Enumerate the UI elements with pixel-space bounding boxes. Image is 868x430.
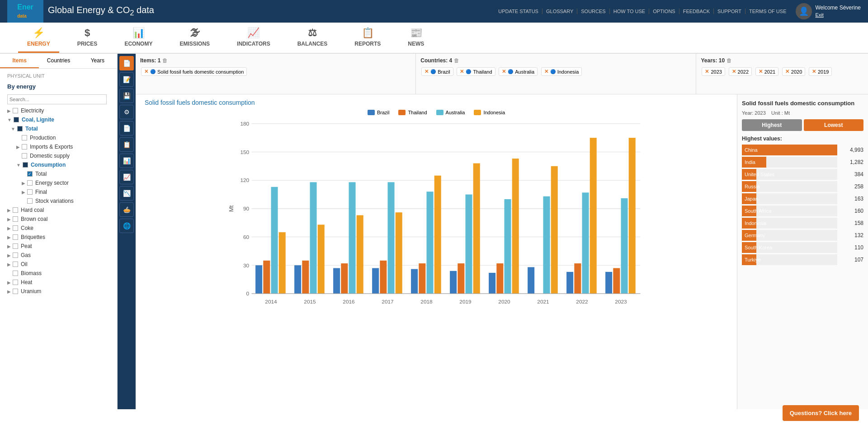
- toolbar-btn-1[interactable]: 📄: [119, 56, 134, 70]
- checkbox-uranium[interactable]: [13, 289, 18, 294]
- user-area[interactable]: 👤 Welcome Séverine Exit: [796, 3, 861, 19]
- clear-items-btn[interactable]: 🗑: [162, 57, 168, 64]
- value-number: 107: [841, 257, 863, 263]
- remove-australia[interactable]: ✕: [502, 69, 506, 75]
- clear-countries-btn[interactable]: 🗑: [454, 57, 459, 64]
- remove-2019[interactable]: ✕: [812, 69, 816, 75]
- checkbox-total-consumption[interactable]: ✓: [27, 171, 33, 177]
- toolbar-btn-4[interactable]: ⚙: [119, 105, 134, 119]
- toolbar-btn-5[interactable]: 📄: [119, 121, 134, 136]
- checkbox-hard-coal[interactable]: [13, 207, 18, 213]
- remove-2020[interactable]: ✕: [785, 69, 789, 75]
- tree-biomass[interactable]: ▶ Biomass: [0, 269, 117, 278]
- search-input[interactable]: [7, 94, 107, 104]
- toolbar-btn-2[interactable]: 📝: [119, 72, 134, 87]
- remove-2022[interactable]: ✕: [732, 69, 736, 75]
- checkbox-gas[interactable]: [13, 252, 18, 258]
- toolbar-btn-9[interactable]: 📉: [119, 186, 134, 201]
- nav-energy[interactable]: ⚡ ENERGY: [18, 23, 59, 53]
- tree-coke[interactable]: ▶ Coke: [0, 224, 117, 233]
- questions-btn[interactable]: Questions? Click here: [783, 405, 859, 409]
- remove-2023[interactable]: ✕: [705, 69, 709, 75]
- tree-consumption[interactable]: ▼ Consumption: [0, 160, 117, 169]
- highest-toggle-btn[interactable]: Highest: [742, 119, 802, 131]
- toolbar-btn-6[interactable]: 📋: [119, 137, 134, 152]
- tree-stock-variations[interactable]: ▶ Stock variations: [0, 196, 117, 206]
- checkbox-coke[interactable]: [13, 225, 18, 231]
- tab-items[interactable]: Items: [0, 54, 39, 68]
- nav-update-status[interactable]: UPDATE STATUS: [495, 9, 542, 14]
- tree-total-consumption[interactable]: ▶ ✓ Total: [0, 169, 117, 178]
- checkbox-coal[interactable]: [14, 117, 19, 122]
- toolbar-btn-11[interactable]: 🌐: [119, 219, 134, 233]
- logo[interactable]: Enerdata: [7, 0, 43, 23]
- nav-support[interactable]: SUPPORT: [714, 9, 745, 14]
- value-row: South Korea 110: [742, 242, 863, 253]
- toolbar-btn-8[interactable]: 📈: [119, 170, 134, 184]
- nav-how-to-use[interactable]: HOW TO USE: [610, 9, 650, 14]
- nav-options[interactable]: OPTIONS: [649, 9, 679, 14]
- toolbar-btn-3[interactable]: 💾: [119, 89, 134, 103]
- remove-indonesia[interactable]: ✕: [544, 69, 548, 75]
- expand-icon: ▶: [7, 208, 11, 213]
- expand-icon: ▶: [7, 235, 11, 240]
- tree-gas[interactable]: ▶ Gas: [0, 251, 117, 260]
- checkbox-final[interactable]: [27, 189, 33, 195]
- nav-emissions[interactable]: 🌫 EMISSIONS: [170, 23, 219, 53]
- tree-domestic-supply[interactable]: ▶ Domestic supply: [0, 151, 117, 160]
- tab-countries[interactable]: Countries: [39, 54, 78, 68]
- tree-final[interactable]: ▶ Final: [0, 187, 117, 196]
- value-bar-bg: Japan: [742, 193, 837, 204]
- value-bar-bg: China: [742, 145, 837, 155]
- nav-glossary[interactable]: GLOSSARY: [542, 9, 577, 14]
- nav-balances[interactable]: ⚖ BALANCES: [288, 23, 337, 53]
- remove-item-0[interactable]: ✕: [144, 69, 148, 75]
- checkbox-production[interactable]: [22, 135, 27, 140]
- tree-brown-coal[interactable]: ▶ Brown coal: [0, 215, 117, 224]
- nav-prices[interactable]: $ PRICES: [68, 23, 107, 53]
- lowest-toggle-btn[interactable]: Lowest: [804, 119, 864, 131]
- checkbox-domestic[interactable]: [22, 153, 27, 159]
- user-exit[interactable]: Exit: [816, 12, 861, 18]
- nav-economy[interactable]: 📊 ECONOMY: [115, 23, 161, 53]
- remove-brazil[interactable]: ✕: [425, 69, 429, 75]
- remove-thailand[interactable]: ✕: [460, 69, 464, 75]
- tree-hard-coal[interactable]: ▶ Hard coal: [0, 206, 117, 215]
- checkbox-brown-coal[interactable]: [13, 216, 18, 222]
- checkbox-heat[interactable]: [13, 280, 18, 285]
- nav-sources[interactable]: SOURCES: [577, 9, 609, 14]
- tab-years[interactable]: Years: [78, 54, 117, 68]
- checkbox-biomass[interactable]: [13, 271, 18, 276]
- checkbox-imports[interactable]: [22, 144, 27, 150]
- checkbox-electricity[interactable]: [13, 108, 18, 113]
- toolbar-btn-7[interactable]: 📊: [119, 154, 134, 168]
- nav-reports[interactable]: 📋 REPORTS: [345, 23, 390, 53]
- svg-text:60: 60: [243, 234, 250, 240]
- nav-feedback[interactable]: FEEDBACK: [679, 9, 714, 14]
- tree-peat[interactable]: ▶ Peat: [0, 242, 117, 251]
- tree-coal-lignite[interactable]: ▼ Coal, Lignite: [0, 115, 117, 124]
- tree-electricity[interactable]: ▶ Electricity: [0, 106, 117, 115]
- toolbar-btn-10[interactable]: 🥧: [119, 202, 134, 217]
- tree-heat[interactable]: ▶ Heat: [0, 278, 117, 287]
- checkbox-stock[interactable]: [27, 198, 33, 204]
- tree-briquettes[interactable]: ▶ Briquettes: [0, 233, 117, 242]
- checkbox-energy-sector[interactable]: [27, 180, 33, 186]
- nav-news[interactable]: 📰 NEWS: [399, 23, 433, 53]
- tree-imports-exports[interactable]: ▶ Imports & Exports: [0, 142, 117, 151]
- remove-2021[interactable]: ✕: [759, 69, 763, 75]
- checkbox-oil[interactable]: [13, 262, 18, 267]
- tree-total[interactable]: ▼ Total: [0, 124, 117, 133]
- svg-rect-29: [372, 268, 379, 294]
- checkbox-briquettes[interactable]: [13, 234, 18, 240]
- tree-energy-sector[interactable]: ▶ Energy sector: [0, 178, 117, 187]
- clear-years-btn[interactable]: 🗑: [726, 57, 732, 64]
- nav-terms[interactable]: TERMS OF USE: [745, 9, 790, 14]
- nav-indicators[interactable]: 📈 INDICATORS: [228, 23, 279, 53]
- tree-uranium[interactable]: ▶ Uranium: [0, 287, 117, 296]
- checkbox-consumption[interactable]: [23, 162, 28, 168]
- checkbox-total[interactable]: [17, 126, 23, 131]
- tree-oil[interactable]: ▶ Oil: [0, 260, 117, 269]
- tree-production[interactable]: ▶ Production: [0, 133, 117, 142]
- checkbox-peat[interactable]: [13, 243, 18, 249]
